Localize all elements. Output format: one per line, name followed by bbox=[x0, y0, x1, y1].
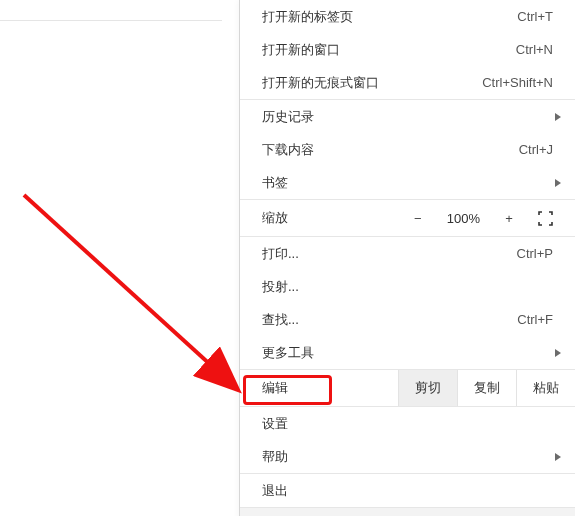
menu-item-label: 书签 bbox=[262, 174, 288, 192]
menu-item-label: 帮助 bbox=[262, 448, 288, 466]
menu-item-downloads[interactable]: 下载内容 Ctrl+J bbox=[240, 133, 575, 166]
menu-item-managed[interactable]: 由贵单位管理 bbox=[240, 508, 575, 516]
menu-item-new-tab[interactable]: 打开新的标签页 Ctrl+T bbox=[240, 0, 575, 33]
menu-item-new-window[interactable]: 打开新的窗口 Ctrl+N bbox=[240, 33, 575, 66]
submenu-arrow-icon bbox=[555, 349, 561, 357]
menu-item-zoom: 缩放 − 100% + bbox=[240, 200, 575, 236]
edit-cut-button[interactable]: 剪切 bbox=[398, 370, 457, 406]
menu-item-incognito[interactable]: 打开新的无痕式窗口 Ctrl+Shift+N bbox=[240, 66, 575, 99]
fullscreen-icon[interactable] bbox=[538, 211, 553, 226]
menu-item-bookmarks[interactable]: 书签 bbox=[240, 166, 575, 199]
menu-item-label: 退出 bbox=[262, 482, 288, 500]
svg-line-5 bbox=[24, 195, 236, 388]
menu-item-settings[interactable]: 设置 bbox=[240, 407, 575, 440]
zoom-out-button[interactable]: − bbox=[411, 211, 425, 226]
menu-item-shortcut: Ctrl+F bbox=[517, 312, 553, 327]
menu-item-help[interactable]: 帮助 bbox=[240, 440, 575, 473]
zoom-value: 100% bbox=[447, 211, 480, 226]
submenu-arrow-icon bbox=[555, 113, 561, 121]
chrome-main-menu: 打开新的标签页 Ctrl+T 打开新的窗口 Ctrl+N 打开新的无痕式窗口 C… bbox=[239, 0, 575, 516]
submenu-arrow-icon bbox=[555, 179, 561, 187]
menu-item-label: 设置 bbox=[262, 415, 288, 433]
menu-item-label: 更多工具 bbox=[262, 344, 314, 362]
menu-item-cast[interactable]: 投射... bbox=[240, 270, 575, 303]
menu-item-label: 缩放 bbox=[262, 209, 288, 227]
menu-item-shortcut: Ctrl+P bbox=[517, 246, 553, 261]
menu-item-label: 编辑 bbox=[262, 379, 288, 397]
page-top-divider bbox=[0, 20, 222, 21]
menu-item-label: 打开新的窗口 bbox=[262, 41, 340, 59]
menu-item-find[interactable]: 查找... Ctrl+F bbox=[240, 303, 575, 336]
menu-item-print[interactable]: 打印... Ctrl+P bbox=[240, 237, 575, 270]
menu-item-edit: 编辑 剪切 复制 粘贴 bbox=[240, 370, 575, 406]
submenu-arrow-icon bbox=[555, 453, 561, 461]
zoom-in-button[interactable]: + bbox=[502, 211, 516, 226]
menu-item-shortcut: Ctrl+N bbox=[516, 42, 553, 57]
menu-item-label: 下载内容 bbox=[262, 141, 314, 159]
menu-item-label: 投射... bbox=[262, 278, 299, 296]
menu-item-label: 查找... bbox=[262, 311, 299, 329]
menu-item-exit[interactable]: 退出 bbox=[240, 474, 575, 507]
menu-item-more-tools[interactable]: 更多工具 bbox=[240, 336, 575, 369]
menu-item-history[interactable]: 历史记录 bbox=[240, 100, 575, 133]
menu-item-label: 历史记录 bbox=[262, 108, 314, 126]
menu-item-shortcut: Ctrl+J bbox=[519, 142, 553, 157]
menu-item-shortcut: Ctrl+Shift+N bbox=[482, 75, 553, 90]
menu-item-shortcut: Ctrl+T bbox=[517, 9, 553, 24]
menu-item-label: 打开新的无痕式窗口 bbox=[262, 74, 379, 92]
menu-item-label: 打开新的标签页 bbox=[262, 8, 353, 26]
menu-item-label: 打印... bbox=[262, 245, 299, 263]
edit-copy-button[interactable]: 复制 bbox=[457, 370, 516, 406]
edit-paste-button[interactable]: 粘贴 bbox=[516, 370, 575, 406]
